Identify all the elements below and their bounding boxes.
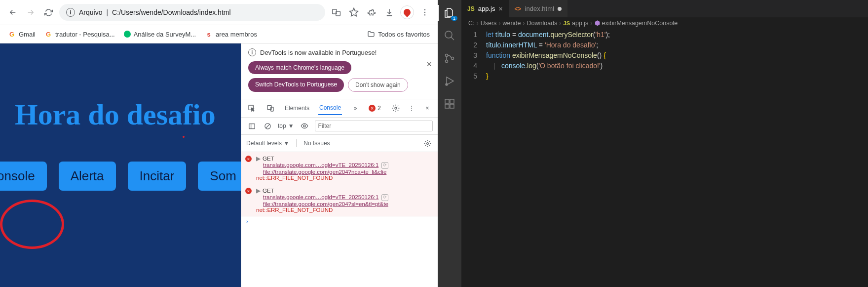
address-bar[interactable]: i Arquivo | C:/Users/wende/Downloads/ind… bbox=[59, 4, 325, 21]
chrome-window: i Arquivo | C:/Users/wende/Downloads/ind… bbox=[0, 0, 438, 287]
error-link[interactable]: translate.google.com…ogld=vTE_20250126:1… bbox=[256, 194, 433, 201]
no-issues-label: No Issues bbox=[303, 140, 330, 147]
error-link[interactable]: file://translate.google.com/gen204?nca=t… bbox=[256, 169, 433, 175]
translate-icon[interactable] bbox=[329, 5, 343, 19]
editor-tabs: JS app.js × <> index.html bbox=[461, 0, 868, 17]
incitar-button[interactable]: Incitar bbox=[128, 162, 187, 191]
star-icon[interactable] bbox=[347, 5, 361, 19]
run-debug-icon[interactable] bbox=[442, 73, 457, 89]
menu-icon[interactable] bbox=[418, 5, 432, 19]
close-icon[interactable]: × bbox=[498, 5, 502, 13]
svg-rect-25 bbox=[445, 104, 449, 108]
error-link[interactable]: file://translate.google.com/gen204?sl=en… bbox=[256, 201, 433, 207]
svg-point-19 bbox=[446, 60, 448, 63]
expand-caret-icon[interactable]: ▶ bbox=[256, 156, 261, 162]
line-gutter: 1 2 3 4 5 bbox=[461, 30, 486, 287]
source-control-icon[interactable] bbox=[442, 50, 457, 66]
activity-bar: 1 bbox=[438, 0, 461, 287]
devtools-close-icon[interactable]: × bbox=[422, 103, 433, 114]
filter-input[interactable] bbox=[315, 121, 433, 131]
code-content[interactable]: let título = document.querySelector('h1'… bbox=[486, 30, 868, 287]
profile-button[interactable] bbox=[400, 5, 414, 19]
console-prompt[interactable]: › bbox=[241, 216, 438, 226]
svg-point-4 bbox=[424, 12, 425, 13]
vm-icon: ⟳ bbox=[381, 162, 388, 169]
devtools-tabs: Elements Console » ×2 ⋮ × bbox=[241, 99, 438, 118]
svg-point-22 bbox=[446, 83, 448, 85]
bookmark-tradutor[interactable]: Gtradutor - Pesquisa... bbox=[44, 30, 115, 38]
settings-icon[interactable] bbox=[390, 103, 401, 114]
devtools-panel: X i DevTools is now available in Portugu… bbox=[241, 43, 438, 287]
breadcrumb[interactable]: C:› Users› wende› Downloads› JS app.js› … bbox=[461, 17, 868, 29]
devtools-language-banner: i DevTools is now available in Portugues… bbox=[241, 43, 438, 99]
svg-marker-2 bbox=[350, 8, 358, 16]
console-error-msg[interactable]: × ▶GET translate.google.com…ogld=vTE_202… bbox=[241, 184, 438, 216]
device-toggle-icon[interactable] bbox=[265, 103, 276, 114]
banner-text: DevTools is now available in Portuguese! bbox=[260, 49, 377, 56]
console-error-msg[interactable]: × ▶GET translate.google.com…ogld=vTE_202… bbox=[241, 152, 438, 184]
pill-always-match[interactable]: Always match Chrome's language bbox=[248, 61, 351, 74]
bookmark-all-favorites[interactable]: Todos os favoritos bbox=[367, 30, 430, 38]
pill-dont-show[interactable]: Don't show again bbox=[348, 78, 408, 92]
search-icon[interactable] bbox=[442, 28, 457, 43]
extensions-icon[interactable] bbox=[365, 5, 378, 19]
site-info-icon[interactable]: i bbox=[66, 8, 75, 17]
google-icon: G bbox=[44, 30, 52, 38]
expand-caret-icon[interactable]: ▶ bbox=[256, 188, 261, 194]
live-expression-icon[interactable] bbox=[299, 121, 310, 131]
method-icon: ⬢ bbox=[595, 19, 600, 27]
error-icon: × bbox=[245, 188, 252, 194]
explorer-icon[interactable]: 1 bbox=[442, 5, 457, 21]
addr-path: C:/Users/wende/Downloads/index.html bbox=[112, 8, 230, 16]
pill-switch-pt[interactable]: Switch DevTools to Portuguese bbox=[248, 78, 344, 92]
tab-elements[interactable]: Elements bbox=[284, 102, 310, 115]
svg-point-14 bbox=[303, 125, 305, 127]
forward-button[interactable] bbox=[24, 5, 38, 19]
svg-rect-10 bbox=[249, 123, 254, 128]
annotation-circle bbox=[0, 200, 64, 249]
svg-point-18 bbox=[446, 54, 448, 57]
banner-close-icon[interactable]: × bbox=[426, 59, 432, 70]
bookmark-gmail[interactable]: GGmail bbox=[8, 30, 36, 38]
back-button[interactable] bbox=[6, 5, 20, 19]
tab-index-html[interactable]: <> index.html bbox=[509, 0, 567, 17]
error-icon: × bbox=[369, 105, 376, 112]
download-icon[interactable] bbox=[382, 5, 396, 19]
tab-app-js[interactable]: JS app.js × bbox=[461, 0, 509, 17]
vscode-editor-area: JS app.js × <> index.html C:› Users› wen… bbox=[461, 0, 868, 287]
context-selector[interactable]: top ▼ bbox=[278, 123, 294, 129]
svg-point-5 bbox=[424, 14, 425, 15]
addr-label: Arquivo bbox=[79, 8, 102, 16]
error-icon: × bbox=[245, 156, 252, 162]
svg-point-15 bbox=[426, 142, 428, 144]
console-settings-icon[interactable] bbox=[422, 138, 433, 149]
page-title: Hora do desafio bbox=[0, 43, 241, 132]
separator bbox=[358, 29, 358, 39]
soma-button[interactable]: Som bbox=[198, 162, 241, 191]
modified-dot-icon bbox=[558, 7, 562, 11]
annotation-dot bbox=[183, 136, 185, 138]
extensions-icon[interactable] bbox=[442, 96, 457, 112]
error-link[interactable]: translate.google.com…ogld=vTE_20250126:1… bbox=[256, 162, 433, 169]
svg-point-9 bbox=[395, 107, 397, 109]
info-icon: i bbox=[248, 48, 256, 56]
svg-point-16 bbox=[445, 31, 452, 38]
bookmark-bar: GGmail Gtradutor - Pesquisa... Análise d… bbox=[0, 25, 438, 43]
reload-button[interactable] bbox=[41, 5, 55, 19]
kebab-icon[interactable]: ⋮ bbox=[406, 103, 417, 114]
code-editor[interactable]: 1 2 3 4 5 let título = document.querySel… bbox=[461, 29, 868, 287]
vm-icon: ⟳ bbox=[381, 194, 388, 201]
log-levels-selector[interactable]: Default levels ▼ bbox=[246, 140, 289, 147]
bookmark-survey[interactable]: Análise da SurveyM... bbox=[124, 31, 196, 38]
sidebar-toggle-icon[interactable] bbox=[246, 121, 257, 131]
error-badge[interactable]: ×2 bbox=[369, 105, 381, 112]
inspect-icon[interactable] bbox=[246, 103, 257, 114]
more-tabs-icon[interactable]: » bbox=[350, 103, 361, 114]
bookmark-area[interactable]: sarea membros bbox=[205, 30, 257, 38]
svg-line-17 bbox=[451, 37, 454, 40]
alerta-button[interactable]: Alerta bbox=[59, 162, 116, 191]
clear-console-icon[interactable] bbox=[262, 121, 273, 131]
tab-console[interactable]: Console bbox=[318, 101, 342, 115]
error-text: net::ERR_FILE_NOT_FOUND bbox=[256, 175, 433, 181]
console-button[interactable]: onsole bbox=[0, 162, 47, 191]
